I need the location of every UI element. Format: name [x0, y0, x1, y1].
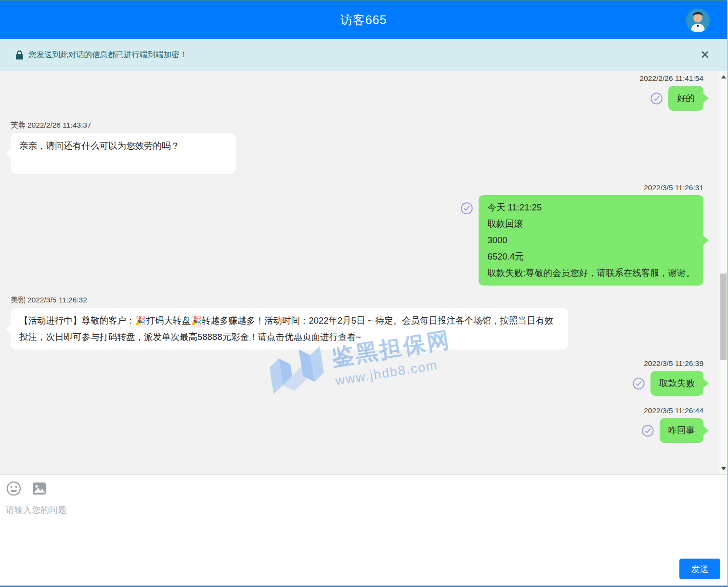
notice-text: 您发送到此对话的信息都已进行端到端加密！ [28, 50, 187, 60]
composer-toolbar [0, 475, 727, 496]
bubble-tail [5, 324, 12, 334]
scroll-up-arrow[interactable] [719, 73, 727, 81]
message-time: 2022/2/26 11:41:54 [11, 74, 703, 83]
image-icon[interactable] [31, 481, 47, 496]
message-time: 2022/3/5 11:26:32 [27, 296, 87, 304]
read-check-icon [460, 202, 473, 215]
close-icon[interactable]: ✕ [700, 49, 710, 61]
scrollbar-thumb[interactable] [720, 274, 727, 360]
bubble-tail [702, 425, 709, 436]
message-row: 美熙2022/3/5 11:26:32 【活动进行中】尊敬的客户：🎉打码大转盘🎉… [11, 295, 703, 350]
lock-icon [15, 50, 24, 60]
message-time: 2022/2/26 11:43:37 [27, 121, 91, 129]
chat-window: 访客665 您发送到此对话的信息都已进行端到端加密！ ✕ 2022/2/26 1… [0, 0, 728, 587]
scroll-down-arrow[interactable] [719, 465, 727, 473]
message-bubble: 今天 11:21:25 取款回滚 3000 6520.4元 取款失败:尊敬的会员… [479, 195, 703, 286]
message-bubble: 咋回事 [660, 418, 704, 443]
message-meta: 芙蓉2022/2/26 11:43:37 [11, 120, 703, 130]
agent-avatar [686, 9, 710, 32]
message-row: 2022/3/5 11:26:44 咋回事 [11, 406, 703, 443]
message-meta: 美熙2022/3/5 11:26:32 [11, 295, 703, 305]
message-bubble: 好的 [668, 86, 703, 111]
message-bubble: 【活动进行中】尊敬的客户：🎉打码大转盘🎉转越多赚越多！活动时间：2022年2月5… [11, 308, 568, 350]
message-time: 2022/3/5 11:26:44 [11, 406, 703, 415]
message-time: 2022/3/5 11:26:31 [11, 183, 703, 192]
composer: 发送 [0, 474, 727, 586]
agent-name: 芙蓉 [11, 121, 26, 129]
chat-scrollbar[interactable] [719, 71, 727, 474]
message-bubble: 亲亲，请问还有什么可以为您效劳的吗？ [11, 133, 236, 174]
message-bubble: 取款失败 [650, 371, 703, 396]
message-input[interactable] [6, 504, 584, 548]
message-row: 2022/2/26 11:41:54 好的 [11, 74, 703, 111]
message-row: 芙蓉2022/2/26 11:43:37 亲亲，请问还有什么可以为您效劳的吗？ [11, 120, 703, 174]
send-button[interactable]: 发送 [679, 559, 720, 579]
message-row: 2022/3/5 11:26:39 取款失败 [11, 359, 703, 396]
bubble-tail [5, 148, 12, 159]
bubble-tail [702, 235, 709, 246]
header: 访客665 [0, 0, 727, 39]
message-time: 2022/3/5 11:26:39 [11, 359, 703, 368]
page-title: 访客665 [340, 12, 387, 28]
encryption-notice: 您发送到此对话的信息都已进行端到端加密！ ✕ [0, 39, 727, 71]
message-row: 2022/3/5 11:26:31 今天 11:21:25 取款回滚 3000 … [11, 183, 703, 286]
emoji-icon[interactable] [6, 481, 22, 496]
agent-name: 美熙 [11, 296, 26, 304]
bubble-tail [702, 93, 709, 104]
chat-area: 2022/2/26 11:41:54 好的 芙蓉2022/2/26 11:43:… [0, 71, 727, 474]
bubble-tail [702, 378, 709, 389]
read-check-icon [632, 377, 645, 390]
read-check-icon [641, 424, 654, 437]
read-check-icon [650, 92, 663, 105]
avatar-person-icon [686, 9, 710, 32]
